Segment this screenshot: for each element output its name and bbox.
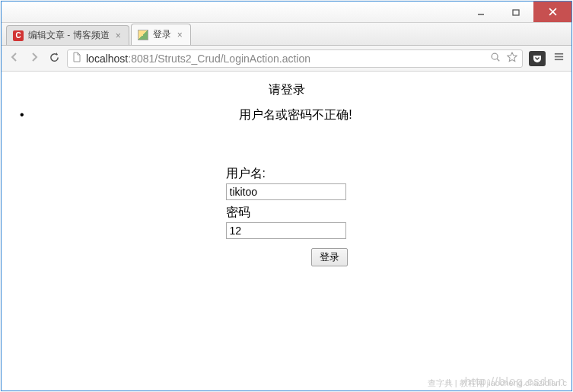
error-message: 用户名或密码不正确!	[38, 107, 553, 123]
username-input[interactable]	[226, 183, 346, 200]
login-form: 用户名: 密码 登录	[20, 166, 553, 266]
url-host: localhost	[86, 53, 128, 65]
omnibox-actions	[490, 52, 517, 65]
window-titlebar	[2, 2, 571, 23]
tab-label: 编辑文章 - 博客频道	[28, 29, 110, 42]
tab-strip: C 编辑文章 - 博客频道 × 登录 ×	[2, 23, 571, 46]
back-button[interactable]	[8, 52, 21, 65]
search-icon[interactable]	[490, 52, 501, 65]
login-button[interactable]: 登录	[311, 248, 348, 266]
svg-point-4	[492, 53, 498, 59]
maximize-button[interactable]	[498, 2, 533, 22]
url-port: :8081	[128, 53, 154, 65]
password-input[interactable]	[226, 222, 346, 239]
error-list-item: • 用户名或密码不正确!	[20, 107, 553, 123]
menu-button[interactable]	[552, 51, 565, 66]
address-bar[interactable]: localhost:8081/Struts2_Crud/LoginAction.…	[67, 49, 523, 68]
forward-button[interactable]	[27, 52, 41, 65]
star-icon[interactable]	[507, 52, 517, 65]
favicon-image-icon	[138, 30, 148, 40]
password-label: 密码	[226, 205, 348, 221]
close-button[interactable]	[533, 2, 571, 22]
page-icon	[72, 52, 81, 65]
username-row: 用户名:	[226, 166, 348, 200]
tab-label: 登录	[153, 28, 171, 41]
bullet-icon: •	[20, 108, 38, 122]
reload-button[interactable]	[47, 52, 61, 65]
tab-login[interactable]: 登录 ×	[131, 24, 191, 45]
close-tab-icon[interactable]: ×	[114, 30, 123, 41]
svg-rect-1	[513, 10, 519, 15]
url-text: localhost:8081/Struts2_Crud/LoginAction.…	[86, 53, 310, 65]
password-row: 密码	[226, 205, 348, 239]
svg-line-5	[497, 59, 499, 61]
username-label: 用户名:	[226, 166, 348, 182]
watermark-text-2: 查字典 | 教程网 jiaocheng.chazidian.c	[428, 378, 567, 389]
tab-csdn-editor[interactable]: C 编辑文章 - 博客频道 ×	[6, 25, 129, 45]
url-path: /Struts2_Crud/LoginAction.action	[154, 53, 310, 65]
page-heading: 请登录	[20, 82, 553, 98]
close-tab-icon[interactable]: ×	[176, 30, 184, 40]
page-content: 请登录 • 用户名或密码不正确! 用户名: 密码 登录	[2, 72, 571, 390]
submit-row: 登录	[226, 248, 348, 266]
minimize-button[interactable]	[463, 2, 498, 22]
favicon-csdn-icon: C	[13, 30, 24, 41]
browser-toolbar: localhost:8081/Struts2_Crud/LoginAction.…	[2, 46, 571, 72]
pocket-extension-icon[interactable]	[529, 51, 546, 66]
browser-window: C 编辑文章 - 博客频道 × 登录 × localhost:8081/Stru…	[1, 1, 572, 391]
